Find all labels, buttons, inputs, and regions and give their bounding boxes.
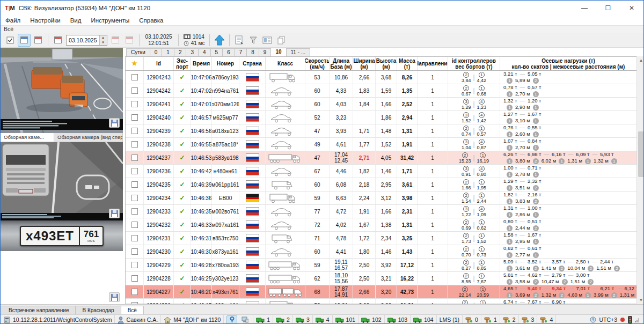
header-time[interactable]: Время xyxy=(191,57,212,70)
row-checkbox[interactable] xyxy=(131,74,138,80)
card-view-button[interactable] xyxy=(261,34,274,47)
cell-select[interactable] xyxy=(126,245,144,258)
cell-select[interactable] xyxy=(126,151,144,164)
cell-select[interactable] xyxy=(126,192,144,204)
cell-select[interactable] xyxy=(126,285,144,298)
row-checkbox[interactable] xyxy=(131,154,138,161)
camera-tab-front[interactable]: Обзорная камера (вид спереди; ... xyxy=(54,133,123,142)
row-checkbox[interactable] xyxy=(131,141,138,148)
header-axle-loads[interactable]: Осевые нагрузки (т)кол-во скатов | межос… xyxy=(500,57,636,70)
filter-button[interactable] xyxy=(247,34,260,47)
table-row[interactable]: 12904228✓10:46:25у302уе1236218,1015,562,… xyxy=(126,272,636,285)
day-tab-3[interactable]: 3 xyxy=(186,48,199,56)
row-checkbox[interactable] xyxy=(131,114,138,121)
header-direction[interactable]: Направление xyxy=(418,57,448,70)
header-width[interactable]: Ширина(м) xyxy=(353,57,376,70)
day-tab-2[interactable]: 2 xyxy=(174,48,187,56)
header-length[interactable]: ДлинаБаза (м) xyxy=(330,57,353,70)
period-view-button[interactable] xyxy=(32,34,45,47)
maximize-button[interactable]: ☐ xyxy=(596,1,620,16)
cell-select[interactable] xyxy=(126,98,144,111)
webcam-toggle-button[interactable] xyxy=(226,315,237,324)
header-plate[interactable]: Номер xyxy=(212,57,239,70)
row-checkbox[interactable] xyxy=(131,289,138,295)
cell-select[interactable] xyxy=(126,299,144,304)
header-height[interactable]: Высота(м) xyxy=(376,57,397,70)
menu-tools[interactable]: Инструменты xyxy=(86,17,134,24)
date-input[interactable]: 03.10.2025 ▲▼ xyxy=(66,35,107,46)
header-export[interactable]: Экс-порт xyxy=(174,57,191,70)
minimize-button[interactable]: — xyxy=(573,1,596,16)
table-row[interactable]: 12904243✓10:47:06а786оу1935310,862,663,6… xyxy=(126,71,636,84)
menu-settings[interactable]: Настройки xyxy=(25,17,65,24)
table-row[interactable]: 12904229✓10:46:28х780оа1935919,1116,572,… xyxy=(126,259,636,272)
spin-up-icon[interactable]: ▲ xyxy=(100,35,107,40)
cell-select[interactable] xyxy=(126,124,144,137)
row-checkbox[interactable] xyxy=(131,128,138,134)
header-id[interactable]: id xyxy=(144,57,174,70)
copy-button[interactable] xyxy=(275,34,288,47)
save-front-image-button[interactable] xyxy=(109,209,120,218)
day-tab-8[interactable]: 8 xyxy=(246,48,259,56)
save-plate-image-button[interactable] xyxy=(109,292,120,302)
cell-select[interactable] xyxy=(126,71,144,84)
day-tab-11 - ...[interactable]: 11 - ... xyxy=(286,48,311,56)
table-row[interactable]: 12904238✓10:46:55а875ас18*494,611,771,52… xyxy=(126,138,636,151)
row-checkbox[interactable] xyxy=(131,222,138,228)
table-row[interactable]: 12904236✓10:46:42н480нн61674,461,821,461… xyxy=(126,165,636,178)
direction-tab[interactable]: Встречное направление xyxy=(2,306,76,314)
vertical-scrollbar[interactable]: ▲ ▼ xyxy=(636,56,644,304)
menu-help[interactable]: Справка xyxy=(134,17,168,24)
monitor-button[interactable] xyxy=(239,315,250,324)
day-tab-Сутки[interactable]: Сутки xyxy=(126,48,150,56)
table-row[interactable]: 12904239✓10:46:56в018хв123473,931,711,48… xyxy=(126,124,636,138)
day-view-button[interactable] xyxy=(18,34,31,47)
cell-select[interactable] xyxy=(126,272,144,285)
header-class[interactable]: Класс xyxy=(266,57,305,70)
menu-view[interactable]: Вид xyxy=(65,17,86,24)
table-row[interactable]: 12904231✓10:46:31в853тс750714,781,722,34… xyxy=(126,232,636,245)
row-checkbox[interactable] xyxy=(131,87,138,94)
today-button[interactable] xyxy=(123,34,136,47)
day-tab-10[interactable]: 10 xyxy=(270,48,286,56)
day-tab-5[interactable]: 5 xyxy=(210,48,223,56)
row-checkbox[interactable] xyxy=(131,262,138,268)
day-tab-1[interactable]: 1 xyxy=(162,48,174,56)
day-tab-9[interactable]: 9 xyxy=(259,48,272,56)
select-all-checkbox[interactable] xyxy=(4,34,17,47)
cell-select[interactable] xyxy=(126,232,144,245)
table-row[interactable]: 12904232✓10:46:33м097ха161724,021,671,38… xyxy=(126,218,636,232)
camera-tab-overview[interactable]: Обзорная каме... xyxy=(1,133,54,142)
spin-down-icon[interactable]: ▼ xyxy=(100,40,107,45)
table-row[interactable]: 12904227✓10:46:20х493ет7616817,8714,912,… xyxy=(126,285,636,299)
row-checkbox[interactable] xyxy=(131,181,138,188)
table-row[interactable]: 12904237✓10:46:53р583ув1984717,0412,452,… xyxy=(126,151,636,165)
scroll-down-icon[interactable]: ▼ xyxy=(637,296,644,304)
close-button[interactable]: ✕ xyxy=(620,1,643,16)
scrollbar-thumb[interactable] xyxy=(638,131,644,177)
cell-select[interactable] xyxy=(126,138,144,151)
day-tab-0[interactable]: 0 xyxy=(150,48,163,56)
scroll-up-icon[interactable]: ▲ xyxy=(637,56,644,64)
cell-select[interactable] xyxy=(126,84,144,97)
table-row[interactable]: 12904240✓10:46:57м625мр77523,231,862,941… xyxy=(126,111,636,124)
day-tab-6[interactable]: 6 xyxy=(222,48,235,56)
day-tab-7[interactable]: 7 xyxy=(235,48,247,56)
prev-day-button[interactable] xyxy=(109,34,122,47)
table-row[interactable]: 12904241✓10:47:01о070мм126604,031,841,66… xyxy=(126,98,636,111)
row-checkbox[interactable] xyxy=(131,101,138,107)
table-row[interactable]: 12904233✓10:46:35м002во761774,721,911,66… xyxy=(126,205,636,218)
table-row[interactable]: 12904230✓10:46:30х873уа161604,411,801,46… xyxy=(126,245,636,259)
cell-select[interactable] xyxy=(126,111,144,124)
menu-file[interactable]: Файл xyxy=(1,17,25,24)
header-speed[interactable]: Скорость(км/ч) xyxy=(305,57,330,70)
direction-tab[interactable]: Всё xyxy=(121,306,144,314)
table-row[interactable]: 12904234✓10:46:36ЕВ00596,632,243,123,981… xyxy=(126,192,636,205)
row-checkbox[interactable] xyxy=(131,235,138,241)
report-button[interactable] xyxy=(233,34,246,47)
header-star[interactable]: ★ xyxy=(126,57,144,70)
table-row[interactable]: 12904242✓10:47:02н994на761604,331,831,59… xyxy=(126,84,636,98)
cell-select[interactable] xyxy=(126,259,144,271)
header-mass[interactable]: Масса(т) xyxy=(397,57,418,70)
cell-select[interactable] xyxy=(126,218,144,231)
